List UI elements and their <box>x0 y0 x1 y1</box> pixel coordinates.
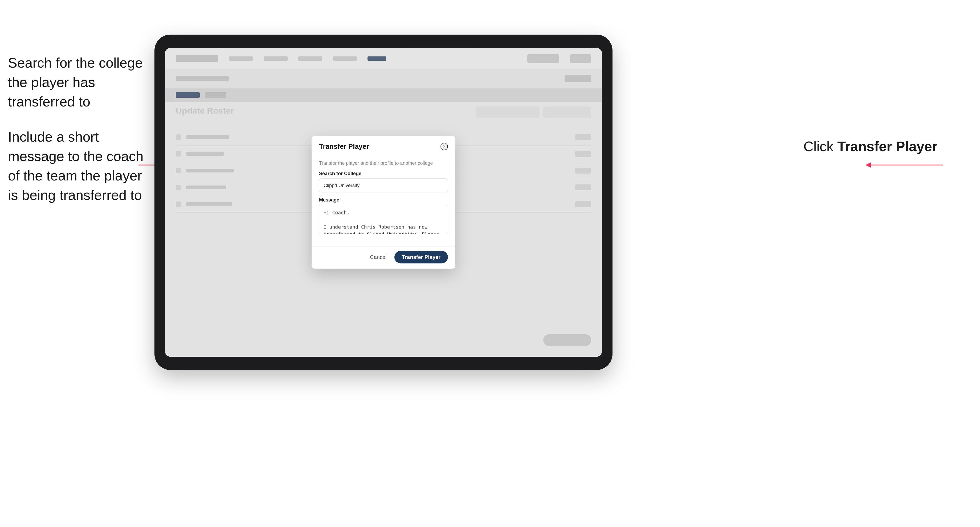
svg-marker-4 <box>865 162 871 168</box>
annotation-right-text: Click Transfer Player <box>803 139 937 154</box>
annotation-right: Click Transfer Player <box>803 138 937 154</box>
annotation-text-1: Search for the college the player has tr… <box>8 53 146 111</box>
tablet-frame: Update Roster <box>154 35 612 370</box>
annotation-text-2: Include a short message to the coach of … <box>8 127 146 205</box>
message-label: Message <box>319 197 448 203</box>
tablet-screen: Update Roster <box>165 48 602 357</box>
modal-footer: Cancel Transfer Player <box>312 246 455 269</box>
modal-subtitle: Transfer the player and their profile to… <box>319 160 448 166</box>
modal-close-button[interactable]: × <box>441 143 448 150</box>
annotation-left: Search for the college the player has tr… <box>8 53 146 221</box>
search-college-group: Search for College <box>319 171 448 192</box>
search-college-label: Search for College <box>319 171 448 176</box>
transfer-player-modal: Transfer Player × Transfer the player an… <box>312 136 455 269</box>
arrow-right <box>863 154 943 176</box>
annotation-right-prefix: Click <box>803 139 837 154</box>
modal-body: Transfer the player and their profile to… <box>312 155 455 246</box>
message-textarea[interactable] <box>319 205 448 234</box>
annotation-right-bold: Transfer Player <box>837 139 937 154</box>
transfer-player-button[interactable]: Transfer Player <box>395 251 448 264</box>
modal-title: Transfer Player <box>319 142 369 151</box>
search-college-input[interactable] <box>319 179 448 192</box>
cancel-button[interactable]: Cancel <box>366 252 391 263</box>
message-group: Message <box>319 197 448 235</box>
modal-header: Transfer Player × <box>312 136 455 155</box>
